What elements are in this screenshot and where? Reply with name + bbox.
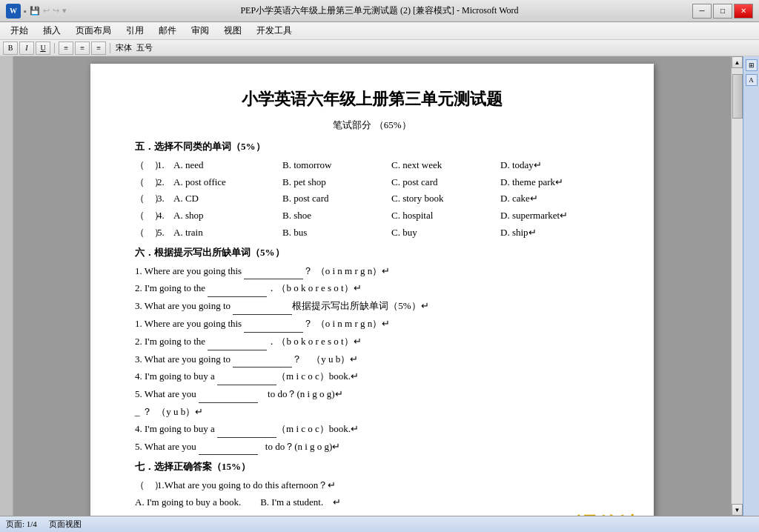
q5-5: （ ） 5. A. train B. bus C. buy D. ship↵ xyxy=(135,225,609,241)
choice-5-3-c: C. story book xyxy=(391,191,500,207)
q5-2: （ ） 2. A. post office B. pet shop C. pos… xyxy=(135,175,609,190)
q5-4: （ ） 4. A. shop B. shoe C. hospital D. su… xyxy=(135,208,609,224)
minimize-button[interactable]: ─ xyxy=(692,4,712,19)
choice-5-2-d: D. theme park↵ xyxy=(500,175,609,190)
blank-6b-3 xyxy=(233,352,292,368)
document-area: 小学英语六年级上册第三单元测试题 笔试部分 （65%） 五．选择不同类的单词（5… xyxy=(13,56,731,516)
q6-2: 2. I'm going to the ．（b o k o r e s o t）… xyxy=(135,281,609,297)
q6b-3: 3. What are you going to ？ （y u b）↵ xyxy=(135,352,609,368)
view-mode: 页面视图 xyxy=(49,519,82,530)
scroll-thumb[interactable] xyxy=(732,74,743,119)
paren-5-4: （ ） xyxy=(135,208,157,224)
right-icon-1[interactable]: ⊞ xyxy=(746,59,758,71)
scroll-track[interactable] xyxy=(732,68,743,504)
right-icon-2[interactable]: A xyxy=(746,74,758,86)
choice-5-3-d: D. cake↵ xyxy=(500,191,609,207)
font-size[interactable]: 五号 xyxy=(136,42,153,53)
quick-access-toolbar: B I U ≡ ≡ ≡ 宋体 五号 xyxy=(0,40,759,56)
paren-7-1: （ ） xyxy=(135,478,157,493)
underline-button[interactable]: U xyxy=(36,41,50,55)
q6b-4: 4. I'm going to buy a （m i c o c）book.↵ xyxy=(135,369,609,385)
q7-1-header: （ ） 1.What are you going to do this afte… xyxy=(135,478,609,493)
font-name[interactable]: 宋体 xyxy=(116,42,132,53)
q6c-1: _ ？ （y u b）↵ xyxy=(135,405,609,420)
q6b-2: 2. I'm going to the ．（b o k o r e s o t）… xyxy=(135,334,609,350)
align-center-button[interactable]: ≡ xyxy=(75,41,90,55)
choice-5-2-b: B. pet shop xyxy=(282,175,391,190)
watermark: 课件站 www.kjzhan.com xyxy=(563,512,639,516)
title-bar: W ▪ 💾 ↩ ↪ ▾ PEP小学英语六年级上册第三单元测试题 (2) [兼容模… xyxy=(0,0,759,22)
q7-1-a: A. I'm going to buy a book. B. I'm a stu… xyxy=(135,495,609,511)
section7-label: 七．选择正确答案（15%） xyxy=(135,459,609,475)
q6b-1: 1. Where are you going this ？ （o i n m r… xyxy=(135,316,609,333)
scroll-up-button[interactable]: ▲ xyxy=(732,56,743,68)
watermark-line1: 课件站 xyxy=(563,512,639,516)
choice-5-1-d: D. today↵ xyxy=(500,158,609,173)
choice-5-5-d: D. ship↵ xyxy=(500,225,609,241)
qnum-5-1: 1. xyxy=(157,158,173,173)
bold-button[interactable]: B xyxy=(3,41,18,55)
window-controls[interactable]: ─ □ ✕ xyxy=(692,4,753,19)
choice-5-1-a: A. need xyxy=(173,158,282,173)
menu-developer[interactable]: 开发工具 xyxy=(249,22,299,39)
menu-mail[interactable]: 邮件 xyxy=(151,22,184,39)
menu-insert[interactable]: 插入 xyxy=(36,22,68,39)
section5-label: 五．选择不同类的单词（5%） xyxy=(135,139,609,155)
choice-5-5-b: B. bus xyxy=(282,225,391,241)
choice-5-1-c: C. next week xyxy=(391,158,500,173)
choice-5-5-a: A. train xyxy=(173,225,282,241)
paren-5-5: （ ） xyxy=(135,225,157,241)
paren-5-2: （ ） xyxy=(135,175,157,190)
q6b-5a: 5. What are you to do？(n i g o g)↵ xyxy=(135,387,609,403)
window-title: PEP小学英语六年级上册第三单元测试题 (2) [兼容模式] - Microso… xyxy=(67,4,692,17)
blank-6c-3 xyxy=(199,439,258,456)
align-right-button[interactable]: ≡ xyxy=(91,41,106,55)
menu-page-layout[interactable]: 页面布局 xyxy=(68,22,119,39)
choice-5-3-a: A. CD xyxy=(173,191,282,207)
qnum-5-3: 3. xyxy=(157,191,173,207)
right-icons-panel: ⊞ A xyxy=(743,56,759,516)
subtitle: 笔试部分 （65%） xyxy=(135,118,609,133)
toolbar-separator-1 xyxy=(54,43,55,53)
maximize-button[interactable]: □ xyxy=(713,4,732,19)
choice-5-5-c: C. buy xyxy=(391,225,500,241)
menu-view[interactable]: 视图 xyxy=(216,22,249,39)
quick-save[interactable]: 💾 xyxy=(30,6,40,16)
toolbar-separator-2 xyxy=(110,43,110,53)
q5-3: （ ） 3. A. CD B. post card C. story book … xyxy=(135,191,609,207)
blank-6-1 xyxy=(244,264,303,280)
menu-start[interactable]: 开始 xyxy=(3,22,36,39)
section6-label: 六．根据提示写出所缺单词（5%） xyxy=(135,245,609,261)
q6c-2: 4. I'm going to buy a （m i c o c）book.↵ xyxy=(135,422,609,438)
paren-5-1: （ ） xyxy=(135,158,157,173)
scroll-down-button[interactable]: ▼ xyxy=(732,504,743,516)
title-bar-left: W ▪ 💾 ↩ ↪ ▾ xyxy=(6,4,67,19)
sidebar-left xyxy=(0,56,13,516)
blank-6-2 xyxy=(208,281,267,297)
choice-5-4-b: B. shoe xyxy=(282,208,391,224)
blank-6b-5 xyxy=(199,387,258,403)
menu-reference[interactable]: 引用 xyxy=(119,22,151,39)
blank-6b-4 xyxy=(217,369,276,385)
choice-5-4-c: C. hospital xyxy=(391,208,500,224)
choice-5-2-a: A. post office xyxy=(173,175,282,190)
choice-5-4-a: A. shop xyxy=(173,208,282,224)
align-left-button[interactable]: ≡ xyxy=(59,41,73,55)
page-indicator: 页面: 1/4 xyxy=(6,519,37,530)
vertical-scrollbar[interactable]: ▲ ▼ xyxy=(731,56,743,516)
q6-1: 1. Where are you going this ？ （o i n m r… xyxy=(135,264,609,280)
q5-1: （ ） 1. A. need B. tomorrow C. next week … xyxy=(135,158,609,173)
status-bar: 页面: 1/4 页面视图 xyxy=(0,516,759,532)
close-button[interactable]: ✕ xyxy=(734,4,753,19)
document-page: 小学英语六年级上册第三单元测试题 笔试部分 （65%） 五．选择不同类的单词（5… xyxy=(90,64,654,516)
italic-button[interactable]: I xyxy=(19,41,34,55)
page-title: 小学英语六年级上册第三单元测试题 xyxy=(135,86,609,112)
paren-5-3: （ ） xyxy=(135,191,157,207)
app-icon: W xyxy=(6,4,21,19)
blank-6b-1 xyxy=(244,316,303,333)
choice-5-3-b: B. post card xyxy=(282,191,391,207)
choice-5-2-c: C. post card xyxy=(391,175,500,190)
menu-review[interactable]: 审阅 xyxy=(184,22,216,39)
qnum-5-5: 5. xyxy=(157,225,173,241)
qnum-5-4: 4. xyxy=(157,208,173,224)
